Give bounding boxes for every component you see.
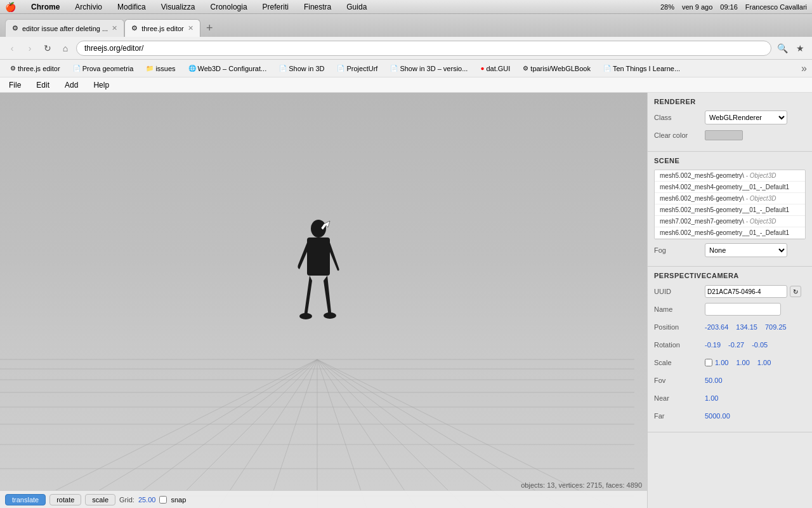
scale-row: Scale 1.00 1.00 1.00	[654, 356, 806, 370]
bookmark-web3d[interactable]: 🌐 Web3D – Configurat...	[183, 64, 272, 74]
translate-button[interactable]: translate	[5, 494, 46, 505]
user-display: Francesco Cavallari	[745, 3, 807, 11]
scene-item-type-0: - Object3D	[746, 172, 776, 179]
rotation-values: -0.19 -0.27 -0.05	[705, 341, 771, 349]
search-icon[interactable]: 🔍	[775, 41, 789, 55]
bookmarks-bar: ⚙ three.js editor 📄 Prova geometria 📁 is…	[0, 60, 812, 77]
bookmark-icon-7: ●	[480, 65, 484, 72]
url-bar[interactable]	[76, 41, 771, 56]
scene-item-3[interactable]: mesh5.002_mesh5-geometry__01_-_Default1	[655, 204, 805, 216]
scale-button[interactable]: scale	[85, 494, 115, 505]
rotate-button[interactable]: rotate	[49, 494, 81, 505]
snap-checkbox[interactable]	[159, 496, 167, 504]
svg-line-12	[63, 359, 317, 508]
fog-select[interactable]: None	[705, 243, 787, 257]
home-button[interactable]: ⌂	[58, 41, 72, 55]
guida-menu[interactable]: Guida	[344, 3, 369, 11]
bookmark-label-3: Web3D – Configurat...	[198, 65, 267, 72]
svg-line-13	[127, 359, 317, 508]
svg-line-17	[317, 359, 381, 508]
app-menu-file[interactable]: File	[5, 79, 25, 91]
name-input[interactable]	[705, 303, 781, 316]
bookmark-show3d[interactable]: 📄 Show in 3D	[274, 64, 329, 74]
visualizza-menu[interactable]: Visualizza	[159, 3, 198, 11]
bookmark-threejs-editor[interactable]: ⚙ three.js editor	[5, 64, 65, 74]
human-figure	[293, 217, 344, 333]
archivio-menu[interactable]: Archivio	[72, 3, 105, 11]
fov-value[interactable]: 50.00	[705, 377, 723, 384]
grid-value: 25.00	[138, 496, 156, 504]
time-display: 09:16	[720, 3, 738, 11]
svg-line-15	[254, 359, 317, 508]
clear-color-swatch[interactable]	[705, 130, 743, 140]
bookmark-projecturf[interactable]: 📄 ProjectUrf	[332, 64, 383, 74]
scene-item-2[interactable]: mesh6.002_mesh6-geometry\ - Object3D	[655, 193, 805, 204]
finestra-menu[interactable]: Finestra	[301, 3, 334, 11]
scene-item-name-1: mesh4.002_mesh4-geometry__01_-_Default1	[660, 184, 789, 190]
tab-2[interactable]: ⚙ three.js editor ✕	[124, 19, 200, 37]
bookmark-issues[interactable]: 📁 issues	[141, 64, 180, 74]
position-x[interactable]: -203.64	[705, 323, 728, 331]
modifica-menu[interactable]: Modifica	[115, 3, 148, 11]
chrome-window: ⚙ editor issue after deleting ... ✕ ⚙ th…	[0, 14, 812, 508]
bottom-toolbar: translate rotate scale Grid: 25.00 snap	[0, 490, 647, 508]
scene-item-name-0: mesh5.002_mesh5-geometry\	[660, 172, 746, 179]
bookmark-tparisi[interactable]: ⚙ tparisi/WebGLBook	[518, 64, 596, 74]
scene-item-1[interactable]: mesh4.002_mesh4-geometry__01_-_Default1	[655, 182, 805, 193]
rotation-z[interactable]: -0.05	[752, 341, 768, 349]
near-value[interactable]: 1.00	[705, 394, 718, 402]
scale-z[interactable]: 1.00	[757, 359, 771, 366]
bookmark-prova[interactable]: 📄 Prova geometria	[68, 64, 139, 74]
scene-title: SCENE	[654, 157, 806, 164]
uuid-refresh-button[interactable]: ↻	[790, 286, 801, 297]
renderer-title: RENDERER	[654, 98, 806, 105]
renderer-class-select[interactable]: WebGLRenderer	[705, 110, 787, 124]
rotation-x[interactable]: -0.19	[705, 341, 721, 349]
bookmark-icon-6: 📄	[390, 65, 398, 72]
position-z[interactable]: 709.25	[765, 323, 787, 331]
app-menu-help[interactable]: Help	[89, 79, 113, 91]
svg-point-26	[324, 312, 336, 319]
svg-rect-24	[307, 237, 330, 276]
bookmark-tenthings[interactable]: 📄 Ten Things I Learne...	[598, 64, 685, 74]
scene-item-4[interactable]: mesh7.002_mesh7-geometry\ - Object3D	[655, 216, 805, 227]
uuid-row: UUID ↻	[654, 284, 806, 298]
scale-x[interactable]: 1.00	[715, 359, 728, 366]
uuid-label: UUID	[654, 288, 705, 295]
chrome-menu[interactable]: Chrome	[29, 3, 62, 11]
tab-1-close[interactable]: ✕	[112, 24, 117, 32]
scale-lock-checkbox[interactable]	[705, 359, 712, 366]
svg-line-19	[317, 359, 508, 508]
position-y[interactable]: 134.15	[736, 323, 757, 331]
preferiti-menu[interactable]: Preferiti	[260, 3, 291, 11]
bookmark-label-5: ProjectUrf	[346, 65, 377, 72]
bookmarks-more-icon[interactable]: »	[801, 63, 807, 74]
scale-label: Scale	[654, 359, 705, 366]
scene-item-5[interactable]: mesh6.002_mesh6-geometry__01_-_Default1	[655, 227, 805, 239]
refresh-button[interactable]: ↻	[41, 41, 55, 55]
bookmark-label-9: Ten Things I Learne...	[613, 65, 680, 72]
scale-y[interactable]: 1.00	[736, 359, 749, 366]
bookmark-star-icon[interactable]: ★	[793, 41, 807, 55]
far-value[interactable]: 5000.00	[705, 412, 730, 420]
scene-item-0[interactable]: mesh5.002_mesh5-geometry\ - Object3D	[655, 170, 805, 182]
viewport[interactable]: objects: 13, vertices: 2715, faces: 4890…	[0, 93, 647, 508]
bookmark-show3d-version[interactable]: 📄 Show in 3D – versio...	[385, 64, 473, 74]
tab-1[interactable]: ⚙ editor issue after deleting ... ✕	[5, 19, 124, 37]
uuid-input[interactable]	[705, 285, 787, 298]
renderer-class-row: Class WebGLRenderer	[654, 110, 806, 124]
rotation-y[interactable]: -0.27	[728, 341, 744, 349]
app-menu-add[interactable]: Add	[61, 79, 82, 91]
new-tab-button[interactable]: +	[200, 19, 218, 37]
tab-2-close[interactable]: ✕	[188, 24, 193, 32]
date-display: ven 9 ago	[682, 3, 712, 11]
bookmark-datgui[interactable]: ● dat.GUI	[475, 64, 515, 74]
scene-item-type-4: - Object3D	[746, 218, 776, 225]
apple-menu[interactable]: 🍎	[5, 2, 16, 12]
cronologia-menu[interactable]: Cronologia	[208, 3, 250, 11]
far-row: Far 5000.00	[654, 409, 806, 423]
back-button[interactable]: ‹	[5, 41, 19, 55]
app-menu-edit[interactable]: Edit	[32, 79, 53, 91]
forward-button[interactable]: ›	[23, 41, 37, 55]
bookmark-label-1: Prova geometria	[82, 65, 134, 72]
